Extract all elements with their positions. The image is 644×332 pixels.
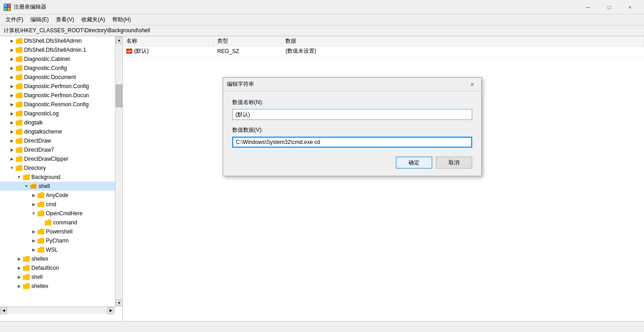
folder-icon — [45, 219, 52, 226]
tree-item-diag-resmon[interactable]: ▶ Diagnostic.Resmon.Config — [0, 100, 122, 109]
dialog-title-bar: 编辑字符串 × — [223, 78, 481, 91]
tree-item-diag-doc[interactable]: ▶ Diagnostic.Document — [0, 73, 122, 82]
expand-icon: ▶ — [8, 92, 15, 99]
folder-icon — [23, 274, 30, 280]
vertical-scrollbar[interactable]: ▲ ▼ — [115, 36, 122, 307]
menu-favorites[interactable]: 收藏夹(A) — [78, 15, 109, 25]
tree-item-background[interactable]: ▼ Background — [0, 173, 122, 182]
expand-icon: ▶ — [8, 119, 15, 126]
menu-view[interactable]: 查看(V) — [52, 15, 78, 25]
tree-item-shellex[interactable]: ▶ shellex — [0, 254, 122, 263]
dialog-close-button[interactable]: × — [467, 79, 478, 90]
menu-edit[interactable]: 编辑(E) — [27, 15, 52, 25]
expand-icon: ▼ — [23, 183, 30, 190]
tree-label: cmd — [46, 201, 56, 208]
expand-icon: ▶ — [8, 55, 15, 63]
table-row[interactable]: ab (默认) REG_SZ (数值未设置) — [123, 46, 644, 56]
menu-help[interactable]: 帮助(H) — [109, 15, 135, 25]
tree-item-powershell[interactable]: ▶ Powershell — [0, 227, 122, 236]
expand-icon: ▶ — [30, 246, 37, 253]
tree-item-diag-perfmon-config[interactable]: ▶ Diagnostic.Perfmon.Config — [0, 82, 122, 91]
expand-icon: ▶ — [15, 264, 23, 272]
svg-rect-2 — [4, 8, 7, 10]
tree-scroll[interactable]: ▶ DfsShell.DfsShellAdmin ▶ DfsShell.DfsS… — [0, 36, 122, 314]
ok-button[interactable]: 确定 — [396, 157, 432, 168]
tree-label: command — [53, 219, 77, 226]
folder-open-icon — [30, 183, 37, 189]
scroll-thumb[interactable] — [116, 84, 122, 107]
tree-item-cmd[interactable]: ▶ cmd — [0, 200, 122, 209]
tree-label: DirectDraw7 — [24, 147, 54, 153]
expand-icon: ▶ — [30, 192, 37, 199]
name-input[interactable] — [232, 109, 472, 120]
edit-string-dialog: 编辑字符串 × 数值名称(N): 数值数据(V): 确定 取消 — [223, 77, 482, 176]
tree-item-dingtalk[interactable]: ▶ dingtalk — [0, 118, 122, 127]
tree-item-diag-config[interactable]: ▶ Diagnostic.Config — [0, 64, 122, 73]
scroll-down-btn[interactable]: ▼ — [115, 299, 123, 307]
horizontal-scrollbar[interactable]: ◀ ▶ — [0, 307, 115, 314]
tree-label: Diagnostic.Document — [24, 74, 76, 80]
tree-item-opencmdhere[interactable]: ▼ OpenCmdHere — [0, 209, 122, 218]
expand-icon: ▶ — [8, 46, 15, 54]
minimize-button[interactable]: ─ — [578, 0, 599, 15]
status-bar — [0, 321, 644, 332]
folder-icon — [37, 210, 45, 217]
tree-item-dfsshell1[interactable]: ▶ DfsShell.DfsShellAdmin.1 — [0, 45, 122, 55]
tree-item-shell-selected[interactable]: ▼ shell — [0, 182, 122, 191]
tree-item-shell2[interactable]: ▶ shell — [0, 273, 122, 282]
tree-item-anycode[interactable]: ▶ AnyCode — [0, 191, 122, 200]
folder-icon — [37, 228, 45, 235]
folder-icon — [15, 119, 23, 126]
col-header-name: 名称 — [123, 36, 214, 46]
data-label: 数值数据(V): — [232, 126, 472, 134]
tree-item-directdraw7[interactable]: ▶ DirectDraw7 — [0, 145, 122, 154]
window-controls: ─ □ × — [578, 0, 640, 15]
tree-item-diaglog[interactable]: ▶ DiagnosticLog — [0, 109, 122, 118]
folder-icon — [15, 147, 23, 153]
folder-icon — [15, 47, 23, 53]
tree-item-directdraw[interactable]: ▶ DirectDraw — [0, 136, 122, 145]
tree-label: WSL — [46, 247, 58, 253]
expand-icon: ▶ — [8, 83, 15, 90]
expand-icon: ▶ — [30, 237, 37, 244]
tree-label: DfsShell.DfsShellAdmin.1 — [24, 47, 86, 53]
scroll-up-btn[interactable]: ▲ — [115, 36, 123, 44]
expand-icon: ▼ — [30, 210, 37, 217]
folder-icon — [15, 156, 23, 162]
data-input[interactable] — [232, 137, 472, 148]
folder-icon — [23, 283, 30, 289]
folder-icon — [15, 38, 23, 44]
cancel-button[interactable]: 取消 — [436, 157, 472, 168]
expand-icon: ▶ — [15, 282, 23, 290]
tree-item-dfsshell[interactable]: ▶ DfsShell.DfsShellAdmin — [0, 36, 122, 45]
tree-label: DirectDraw — [24, 138, 51, 144]
dialog-title: 编辑字符串 — [227, 80, 467, 88]
expand-icon: ▶ — [8, 137, 15, 144]
tree-item-diag-perfmon-docun[interactable]: ▶ Diagnostic.Perfmon.Docun — [0, 91, 122, 100]
tree-item-command[interactable]: command — [0, 218, 122, 227]
tree-item-defaulticon[interactable]: ▶ DefaultIcon — [0, 263, 122, 273]
tree-item-wsl[interactable]: ▶ WSL — [0, 245, 122, 254]
folder-icon — [37, 247, 45, 253]
tree-item-diag-cabinet[interactable]: ▶ Diagnostic.Cabinet — [0, 55, 122, 64]
menu-file[interactable]: 文件(F) — [2, 15, 27, 25]
scroll-right-btn[interactable]: ▶ — [107, 307, 115, 314]
tree-item-directory[interactable]: ▼ Directory — [0, 164, 122, 173]
tree-label: OpenCmdHere — [46, 210, 83, 217]
cell-data: (数值未设置) — [282, 46, 644, 56]
tree-item-directdrawclipper[interactable]: ▶ DirectDrawClipper — [0, 154, 122, 164]
expand-icon: ▶ — [8, 128, 15, 135]
folder-icon — [15, 74, 23, 80]
scroll-left-btn[interactable]: ◀ — [0, 307, 7, 314]
tree-label: Diagnostic.Resmon.Config — [24, 101, 89, 108]
dialog-buttons: 确定 取消 — [232, 157, 472, 168]
tree-item-dingtalkscheme[interactable]: ▶ dingtalkscheme — [0, 127, 122, 136]
maximize-button[interactable]: □ — [599, 0, 619, 15]
tree-label: PyCharm — [46, 238, 69, 244]
close-button[interactable]: × — [619, 0, 640, 15]
folder-icon — [15, 110, 23, 117]
tree-item-pycharm[interactable]: ▶ PyCharm — [0, 236, 122, 245]
folder-icon — [15, 83, 23, 89]
tree-label: shell — [39, 183, 50, 189]
tree-item-shellex2[interactable]: ▶ shellex — [0, 282, 122, 291]
